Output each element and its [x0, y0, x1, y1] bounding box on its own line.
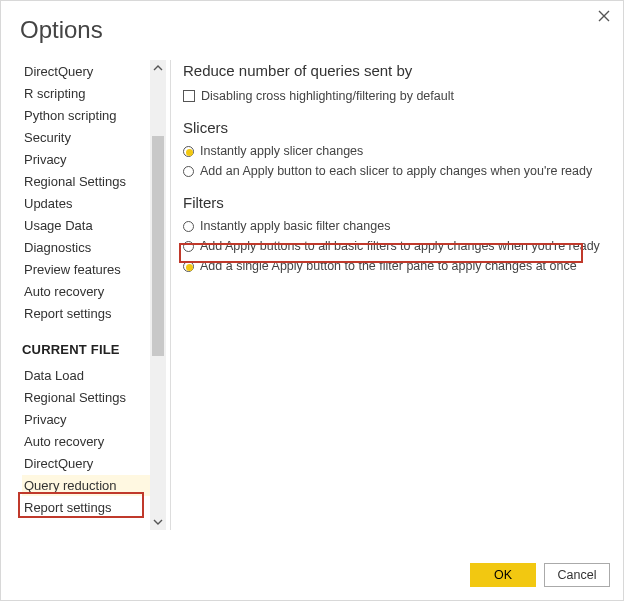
section-reduce-queries: Reduce number of queries sent by	[183, 62, 610, 79]
sidebar-item-data-load[interactable]: Data Load	[22, 365, 158, 386]
sidebar-item-diagnostics[interactable]: Diagnostics	[22, 237, 158, 258]
sidebar-item-regional-settings[interactable]: Regional Settings	[22, 171, 158, 192]
sidebar-item-privacy[interactable]: Privacy	[22, 149, 158, 170]
radio-icon	[183, 146, 194, 157]
dialog-title: Options	[20, 16, 610, 44]
sidebar: DirectQuery R scripting Python scripting…	[14, 60, 166, 530]
sidebar-item-preview-features[interactable]: Preview features	[22, 259, 158, 280]
cancel-button[interactable]: Cancel	[544, 563, 610, 587]
ok-button[interactable]: OK	[470, 563, 536, 587]
scroll-track[interactable]	[150, 76, 166, 514]
sidebar-item-query-reduction[interactable]: Query reduction	[22, 475, 158, 496]
radio-slicer-instant[interactable]: Instantly apply slicer changes	[183, 142, 610, 160]
sidebar-list: DirectQuery R scripting Python scripting…	[22, 60, 158, 530]
sidebar-item-file-regional-settings[interactable]: Regional Settings	[22, 387, 158, 408]
radio-icon	[183, 241, 194, 252]
scroll-up-button[interactable]	[150, 60, 166, 76]
radio-filter-per-filter-apply[interactable]: Add Apply buttons to all basic filters t…	[183, 237, 610, 255]
content-pane: Reduce number of queries sent by Disabli…	[183, 60, 610, 530]
sidebar-scrollbar[interactable]	[150, 60, 166, 530]
section-slicers: Slicers	[183, 119, 610, 136]
scroll-thumb[interactable]	[152, 136, 164, 356]
checkbox-icon	[183, 90, 195, 102]
radio-label: Add an Apply button to each slicer to ap…	[200, 162, 592, 180]
options-dialog: Options DirectQuery R scripting Python s…	[0, 0, 624, 601]
radio-icon	[183, 221, 194, 232]
sidebar-item-directquery[interactable]: DirectQuery	[22, 61, 158, 82]
close-icon	[596, 8, 612, 24]
scroll-down-button[interactable]	[150, 514, 166, 530]
sidebar-item-file-report-settings[interactable]: Report settings	[22, 497, 158, 518]
sidebar-item-file-auto-recovery[interactable]: Auto recovery	[22, 431, 158, 452]
radio-icon	[183, 166, 194, 177]
sidebar-item-file-directquery[interactable]: DirectQuery	[22, 453, 158, 474]
radio-label: Add a single Apply button to the filter …	[200, 257, 577, 275]
sidebar-item-r-scripting[interactable]: R scripting	[22, 83, 158, 104]
close-button[interactable]	[596, 8, 612, 24]
section-filters: Filters	[183, 194, 610, 211]
sidebar-item-report-settings[interactable]: Report settings	[22, 303, 158, 324]
sidebar-item-updates[interactable]: Updates	[22, 193, 158, 214]
radio-slicer-apply-button[interactable]: Add an Apply button to each slicer to ap…	[183, 162, 610, 180]
checkbox-label: Disabling cross highlighting/filtering b…	[201, 87, 454, 105]
checkbox-disable-cross-highlight[interactable]: Disabling cross highlighting/filtering b…	[183, 87, 610, 105]
radio-icon	[183, 261, 194, 272]
sidebar-item-file-privacy[interactable]: Privacy	[22, 409, 158, 430]
radio-label: Instantly apply slicer changes	[200, 142, 363, 160]
radio-filter-single-apply[interactable]: Add a single Apply button to the filter …	[183, 257, 610, 275]
dialog-body: DirectQuery R scripting Python scripting…	[14, 60, 610, 530]
vertical-divider	[170, 60, 171, 530]
sidebar-item-usage-data[interactable]: Usage Data	[22, 215, 158, 236]
chevron-down-icon	[153, 517, 163, 527]
chevron-up-icon	[153, 63, 163, 73]
sidebar-item-security[interactable]: Security	[22, 127, 158, 148]
sidebar-section-current-file: CURRENT FILE	[22, 342, 158, 357]
sidebar-item-python-scripting[interactable]: Python scripting	[22, 105, 158, 126]
sidebar-item-auto-recovery[interactable]: Auto recovery	[22, 281, 158, 302]
radio-label: Add Apply buttons to all basic filters t…	[200, 237, 600, 255]
radio-label: Instantly apply basic filter changes	[200, 217, 390, 235]
radio-filter-instant[interactable]: Instantly apply basic filter changes	[183, 217, 610, 235]
dialog-footer: OK Cancel	[470, 563, 610, 587]
